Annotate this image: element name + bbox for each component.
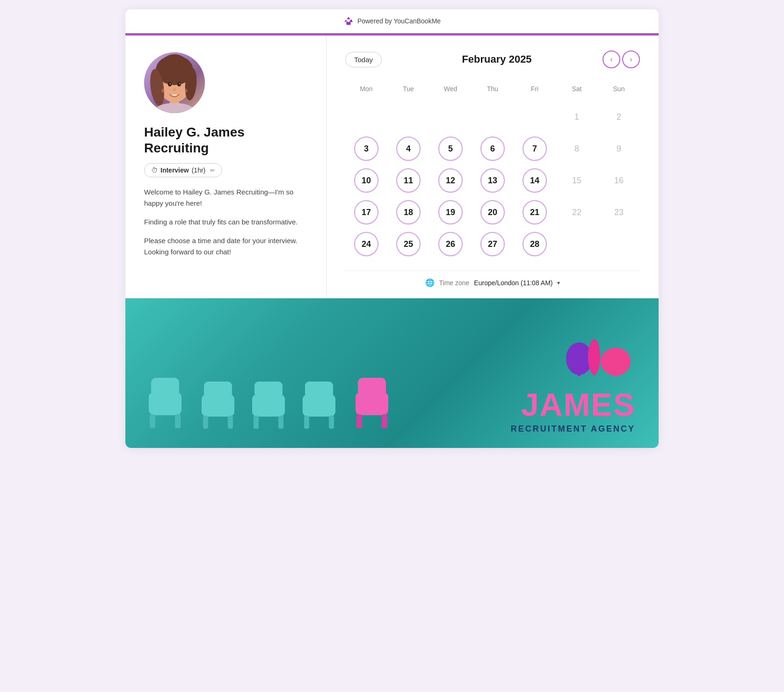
cal-day-10[interactable]: 10 <box>345 166 387 195</box>
cal-day-15: 15 <box>556 166 598 195</box>
day-number[interactable]: 13 <box>480 168 505 193</box>
cal-day-18[interactable]: 18 <box>387 197 429 227</box>
svg-rect-19 <box>202 394 234 417</box>
day-number[interactable]: 26 <box>438 232 463 256</box>
cal-day-12[interactable]: 12 <box>429 166 472 195</box>
cal-cell <box>514 102 556 132</box>
svg-rect-28 <box>305 382 333 397</box>
cal-day-25[interactable]: 25 <box>387 229 429 259</box>
cal-day-3[interactable]: 3 <box>345 134 387 164</box>
svg-point-8 <box>170 83 171 85</box>
day-number[interactable]: 3 <box>354 137 378 161</box>
chevron-down-icon[interactable]: ▾ <box>557 280 560 286</box>
day-number[interactable]: 25 <box>396 232 421 256</box>
globe-icon: 🌐 <box>425 278 435 287</box>
day-number[interactable]: 10 <box>354 168 378 193</box>
cal-day-20[interactable]: 20 <box>472 197 514 227</box>
svg-rect-26 <box>278 416 283 429</box>
logo-balloons <box>560 339 635 381</box>
cal-day-23: 23 <box>598 197 640 227</box>
avatar-image <box>144 52 205 113</box>
svg-rect-23 <box>252 394 285 417</box>
timezone-label: Time zone <box>439 279 470 287</box>
day-number: 8 <box>565 137 589 161</box>
right-panel: Today February 2025 ‹ › Mon Tue Wed Thu … <box>327 36 659 298</box>
svg-rect-34 <box>382 414 387 428</box>
pencil-icon[interactable]: ✏ <box>210 167 215 174</box>
day-number[interactable]: 21 <box>523 200 547 224</box>
cal-day-24[interactable]: 24 <box>345 229 387 259</box>
main-content: Hailey G. James Recruiting ⏱ Interview (… <box>125 36 659 298</box>
description-2: Finding a role that truly fits can be tr… <box>144 216 307 228</box>
svg-rect-17 <box>150 414 155 428</box>
day-number[interactable]: 5 <box>438 137 463 161</box>
banner-logo: JAMES RECRUITMENT AGENCY <box>501 325 659 448</box>
cal-day-13[interactable]: 13 <box>472 166 514 195</box>
svg-rect-33 <box>356 414 362 428</box>
day-number[interactable]: 12 <box>438 168 463 193</box>
day-number: 23 <box>607 200 631 224</box>
cal-day-4[interactable]: 4 <box>387 134 429 164</box>
left-panel: Hailey G. James Recruiting ⏱ Interview (… <box>125 36 327 298</box>
banner-section: JAMES RECRUITMENT AGENCY <box>125 298 659 448</box>
svg-rect-0 <box>346 22 350 25</box>
chair-2 <box>195 378 241 434</box>
cal-day-14[interactable]: 14 <box>514 166 556 195</box>
day-number[interactable]: 19 <box>438 200 463 224</box>
cal-day-6[interactable]: 6 <box>472 134 514 164</box>
day-number[interactable]: 28 <box>523 232 547 256</box>
next-month-button[interactable]: › <box>622 50 640 68</box>
today-button[interactable]: Today <box>345 52 382 67</box>
description-1: Welcome to Hailey G. James Recruiting—I'… <box>144 187 307 209</box>
description: Welcome to Hailey G. James Recruiting—I'… <box>144 187 307 258</box>
james-text: JAMES <box>521 389 635 420</box>
prev-month-button[interactable]: ‹ <box>603 50 620 68</box>
day-number[interactable]: 7 <box>523 137 547 161</box>
day-number[interactable]: 11 <box>396 168 421 193</box>
day-number: 15 <box>565 168 589 193</box>
balloon-svg <box>560 339 635 381</box>
svg-rect-30 <box>329 416 334 429</box>
calendar-grid: Mon Tue Wed Thu Fri Sat Sun 1 2 3 4 5 6 <box>345 81 640 259</box>
powered-by-text: Powered by YouCanBookMe <box>357 17 441 25</box>
svg-rect-25 <box>254 416 259 429</box>
cal-day-11[interactable]: 11 <box>387 166 429 195</box>
cal-day-19[interactable]: 19 <box>429 197 472 227</box>
cal-cell <box>387 102 429 132</box>
day-number[interactable]: 4 <box>396 137 421 161</box>
cal-day-16: 16 <box>598 166 640 195</box>
clock-icon: ⏱ <box>151 166 158 174</box>
day-header-fri: Fri <box>514 81 556 100</box>
cal-day-1: 1 <box>556 102 598 132</box>
timezone-value[interactable]: Europe/London (11:08 AM) <box>474 279 552 287</box>
day-number: 16 <box>607 168 631 193</box>
timezone-bar: 🌐 Time zone Europe/London (11:08 AM) ▾ <box>345 270 640 287</box>
day-number[interactable]: 14 <box>523 168 547 193</box>
banner-chairs <box>125 373 501 448</box>
cal-day-28[interactable]: 28 <box>514 229 556 259</box>
day-number[interactable]: 20 <box>480 200 505 224</box>
day-number[interactable]: 17 <box>354 200 378 224</box>
chair-pink <box>346 373 398 434</box>
day-number[interactable]: 24 <box>354 232 378 256</box>
day-header-thu: Thu <box>472 81 514 100</box>
cal-day-7[interactable]: 7 <box>514 134 556 164</box>
main-container: Powered by YouCanBookMe <box>125 9 659 448</box>
cal-cell-empty <box>598 229 640 259</box>
day-number[interactable]: 18 <box>396 200 421 224</box>
svg-rect-32 <box>358 378 386 396</box>
svg-rect-18 <box>175 414 181 428</box>
day-number[interactable]: 27 <box>480 232 505 256</box>
cal-day-5[interactable]: 5 <box>429 134 472 164</box>
chair-4 <box>296 378 342 434</box>
day-number: 9 <box>607 137 631 161</box>
svg-point-37 <box>601 347 631 375</box>
cal-day-8: 8 <box>556 134 598 164</box>
cal-day-26[interactable]: 26 <box>429 229 472 259</box>
interview-badge[interactable]: ⏱ Interview (1hr) ✏ <box>144 163 222 177</box>
cal-day-21[interactable]: 21 <box>514 197 556 227</box>
day-header-mon: Mon <box>345 81 387 100</box>
cal-day-27[interactable]: 27 <box>472 229 514 259</box>
day-number[interactable]: 6 <box>480 137 505 161</box>
cal-day-17[interactable]: 17 <box>345 197 387 227</box>
